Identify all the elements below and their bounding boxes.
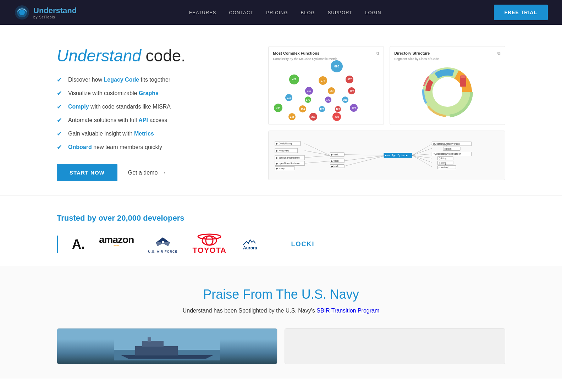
bubble-node: 219	[285, 94, 292, 101]
free-trial-button[interactable]: FREE TRIAL	[494, 5, 548, 20]
feature-text-5: Gain valuable insight with Metrics	[68, 131, 154, 137]
bubble-node: 210	[342, 96, 348, 103]
svg-line-43	[412, 155, 432, 158]
hero-charts: Most Complex Functions ⧉ Complexity by t…	[268, 46, 505, 180]
bubble-chart-card: Most Complex Functions ⧉ Complexity by t…	[268, 46, 384, 125]
svg-text:▶ track: ▶ track	[331, 160, 339, 162]
svg-rect-70	[142, 341, 164, 347]
svg-text:QString: QString	[439, 162, 447, 165]
nav-login[interactable]: LOGIN	[365, 10, 381, 15]
feature-text-2: Visualize with customizable Graphs	[68, 90, 159, 96]
nav-contact[interactable]: CONTACT	[229, 10, 253, 15]
hero-section: Understand code. ✔ Discover how Legacy C…	[0, 25, 562, 195]
metrics-link[interactable]: Metrics	[134, 131, 154, 137]
logo-link[interactable]: Understand by SciTools	[14, 5, 77, 20]
donut-chart-subtitle: Segment Size by Lines of Code	[394, 57, 501, 61]
svg-point-2	[19, 10, 25, 15]
bubble-node: 438	[332, 112, 341, 121]
nav-blog[interactable]: BLOG	[301, 10, 315, 15]
svg-point-62	[202, 236, 216, 245]
ship-image	[57, 328, 277, 364]
hero-title-italic: Understand	[57, 46, 141, 65]
check-icon-6: ✔	[57, 143, 64, 151]
feature-text-6: Onboard new team members quickly	[68, 144, 162, 150]
trusted-title: Trusted by over 20,000 developers	[57, 214, 505, 223]
svg-text:▶ track: ▶ track	[331, 153, 339, 156]
hero-title: Understand code.	[57, 46, 254, 65]
comply-link[interactable]: Comply	[68, 104, 89, 110]
bubble-chart-title: Most Complex Functions	[273, 51, 319, 55]
trusted-section: Trusted by over 20,000 developers A. ama…	[0, 195, 562, 266]
copy-icon-donut[interactable]: ⧉	[497, 51, 501, 56]
praise-subtitle: Understand has been Spotlighted by the U…	[57, 308, 505, 314]
bubble-node: 337	[346, 76, 353, 83]
svg-rect-69	[135, 346, 178, 355]
logo-divider	[57, 236, 58, 253]
dep-graph-card: ▶ ConfigDialog ▶ RepoView ▶ openSharedIn…	[268, 131, 505, 180]
donut-chart-visual	[394, 64, 501, 120]
praise-cards	[57, 328, 505, 364]
bubble-node: 422	[289, 74, 299, 84]
onboard-link[interactable]: Onboard	[68, 144, 92, 150]
start-now-button[interactable]: START NOW	[57, 164, 117, 181]
svg-point-61	[161, 241, 164, 243]
bubble-node: 196	[348, 87, 355, 94]
bubble-node: 123	[335, 106, 341, 112]
nav-support[interactable]: SUPPORT	[328, 10, 353, 15]
air-force-text: U.S. AIR FORCE	[148, 250, 177, 253]
check-icon-1: ✔	[57, 76, 64, 84]
svg-text:QOperatingSystemVersion: QOperatingSystemVersion	[433, 143, 460, 145]
graphs-link[interactable]: Graphs	[139, 90, 159, 96]
logo-amazon: amazon ⌒	[99, 234, 134, 255]
svg-line-26	[305, 150, 330, 155]
svg-text:Aurora: Aurora	[243, 245, 257, 250]
bubble-node: 183	[328, 87, 335, 94]
navbar: Understand by SciTools FEATURES CONTACT …	[0, 0, 562, 25]
bubble-node: 175	[319, 106, 325, 112]
feature-item-6: ✔ Onboard new team members quickly	[57, 143, 254, 151]
feature-text-3: Comply with code standards like MISRA	[68, 104, 171, 110]
aurora-svg: Aurora	[241, 238, 277, 250]
praise-card-ship	[57, 328, 277, 364]
logo-toyota: TOYOTA	[192, 233, 227, 255]
svg-marker-68	[121, 355, 213, 359]
donut-chart-title: Directory Structure	[394, 51, 430, 55]
legacy-code-link[interactable]: Legacy Code	[104, 77, 139, 83]
bubble-node: 210	[305, 87, 313, 95]
svg-text:▶ userAgentSystem ▶: ▶ userAgentSystem ▶	[385, 154, 408, 157]
svg-text:▶ openSharedInstance: ▶ openSharedInstance	[276, 162, 300, 165]
arrow-icon: →	[160, 170, 166, 176]
feature-text-1: Discover how Legacy Code fits together	[68, 77, 170, 83]
feature-text-4: Automate solutions with full API access	[68, 117, 167, 123]
bubble-node: 194	[299, 105, 306, 112]
toyota-svg	[192, 233, 227, 246]
copy-icon-bubble[interactable]: ⧉	[376, 51, 379, 56]
svg-text:QString: QString	[439, 157, 447, 160]
check-icon-5: ✔	[57, 130, 64, 138]
sbir-link[interactable]: SBIR Transition Program	[316, 308, 379, 314]
trusted-logos: A. amazon ⌒ U.S. AIR FORCE T	[57, 233, 505, 255]
demo-link[interactable]: Get a demo →	[128, 170, 166, 176]
svg-text:▶ RepoView: ▶ RepoView	[276, 149, 289, 152]
donut-chart-card: Directory Structure ⧉ Segment Size by Li…	[390, 46, 505, 125]
bubble-node: 384	[274, 104, 282, 112]
nav-links: FEATURES CONTACT PRICING BLOG SUPPORT LO…	[189, 9, 381, 16]
svg-rect-71	[148, 337, 151, 342]
logo-air-force: U.S. AIR FORCE	[148, 236, 177, 253]
api-link[interactable]: API	[138, 117, 148, 123]
svg-text:current: current	[445, 148, 452, 150]
svg-line-28	[305, 161, 330, 163]
bubble-chart-subtitle: Complexity by the McCabe Cyclomatic Metr…	[273, 57, 379, 61]
bubble-node: 231	[309, 113, 317, 121]
demo-label: Get a demo	[128, 170, 158, 176]
air-force-wings-svg	[154, 236, 172, 250]
lockheed-text: LOCKI	[291, 241, 314, 248]
nav-pricing[interactable]: PRICING	[266, 10, 288, 15]
praise-section: Praise From The U.S. Navy Understand has…	[0, 266, 562, 379]
nav-features[interactable]: FEATURES	[189, 10, 216, 15]
svg-text:~QOperatingSystemVersion: ~QOperatingSystemVersion	[433, 153, 461, 155]
hero-actions: START NOW Get a demo →	[57, 164, 254, 181]
ship-svg	[61, 332, 274, 360]
logo-text: Understand by SciTools	[33, 6, 77, 19]
hero-title-rest: code.	[141, 46, 186, 65]
